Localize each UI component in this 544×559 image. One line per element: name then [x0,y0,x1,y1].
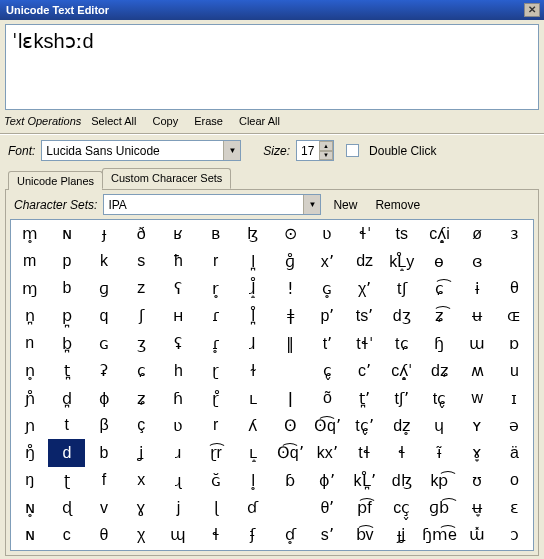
character-cell[interactable]: r [197,247,234,274]
character-cell[interactable]: ʡ [85,357,122,384]
character-cell[interactable]: ʋ [160,412,197,439]
character-cell[interactable]: t̪ʼ [346,384,383,411]
character-cell[interactable]: kL̝̊y [383,247,420,274]
character-cell[interactable]: ɭ [197,494,234,521]
character-cell[interactable]: ɺ [234,330,271,357]
character-cell[interactable]: χ [123,521,160,548]
character-cell[interactable]: xʼ [309,247,346,274]
character-cell[interactable]: ɴ̥ [11,494,48,521]
character-cell[interactable]: ɜ [496,220,533,247]
character-cell[interactable]: ʟ̝ [234,439,271,466]
character-cell[interactable]: ɾ [197,302,234,329]
character-cell[interactable]: ɞ [459,247,496,274]
character-cell[interactable]: ʁ [160,220,197,247]
size-spinner[interactable]: 17 ▲ ▼ [296,140,334,161]
character-cell[interactable]: ɖ [48,494,85,521]
character-cell[interactable]: ø [459,220,496,247]
character-cell[interactable]: ɸʼ [309,467,346,494]
character-cell[interactable]: w [459,384,496,411]
character-cell[interactable]: tʃʼ [383,384,420,411]
character-cell[interactable]: ʢ [160,330,197,357]
character-cell[interactable]: dz [346,247,383,274]
character-cell[interactable]: cʼ [346,357,383,384]
character-cell[interactable]: cç̬ [383,494,420,521]
character-cell[interactable]: ɴ [48,220,85,247]
character-cell[interactable]: b̪ [48,330,85,357]
character-cell[interactable]: ɫ [234,357,271,384]
new-set-button[interactable]: New [327,197,363,213]
character-cell[interactable]: t̪ [48,357,85,384]
character-cell[interactable]: u [496,357,533,384]
character-cell[interactable]: ɢ [85,330,122,357]
character-cell[interactable]: sʼ [309,521,346,548]
character-cell[interactable]: ɸ [85,384,122,411]
font-combo[interactable]: Lucida Sans Unicode ▼ [41,140,241,161]
character-cell[interactable]: b͡v [346,521,383,548]
character-cell[interactable]: ⊙ [272,220,309,247]
character-cell[interactable]: ɰ [160,521,197,548]
character-cell[interactable]: kL̪̊ʼ [346,467,383,494]
character-cell[interactable]: dz̥ [383,412,420,439]
character-cell[interactable]: ɓ [272,467,309,494]
character-cell[interactable]: ɗ [234,494,271,521]
character-cell[interactable]: ɪ [496,384,533,411]
character-cell[interactable]: ǂ [272,302,309,329]
character-cell[interactable]: ɻ [160,467,197,494]
text-editor[interactable]: ˈlɛkshɔːd [5,24,539,110]
erase-button[interactable]: Erase [188,114,229,128]
character-cell[interactable]: ʕ [160,275,197,302]
character-cell[interactable]: ɡ [85,275,122,302]
character-cell[interactable]: ɕ [123,357,160,384]
character-cell[interactable]: ɵ [420,247,458,274]
character-cell[interactable]: θ [85,521,122,548]
character-cell[interactable]: ʜ [160,302,197,329]
character-cell[interactable]: x [123,467,160,494]
character-cell[interactable]: ʘ [272,412,309,439]
character-cell[interactable]: ɬ [383,439,420,466]
character-cell[interactable]: ʃ [123,302,160,329]
character-cell[interactable]: s [123,247,160,274]
character-cell[interactable]: ɢ̆ [197,467,234,494]
size-up-button[interactable]: ▲ [319,141,333,151]
character-cell[interactable]: ʘ͡qʼ [309,412,346,439]
character-cell[interactable]: ʑ͡ [420,302,458,329]
double-click-checkbox[interactable] [346,144,359,157]
character-cell[interactable]: d̪ [48,384,85,411]
character-cell[interactable]: ɢ̥ [309,275,346,302]
character-cell[interactable]: l̪̊ [234,302,271,329]
character-cell[interactable]: ħ [160,247,197,274]
charset-dropdown-button[interactable]: ▼ [303,195,320,214]
character-cell[interactable]: tɬˈ [346,330,383,357]
character-cell[interactable]: dʑ [420,357,458,384]
character-cell[interactable]: ʙ [197,220,234,247]
character-cell[interactable]: b [85,439,122,466]
character-cell[interactable]: ɽ͡r [197,439,234,466]
character-cell[interactable]: ɬ [197,521,234,548]
character-cell[interactable]: ʋ [309,220,346,247]
character-cell[interactable]: ɾ̥ [197,330,234,357]
character-cell[interactable]: ʑ [123,384,160,411]
character-cell[interactable]: ‖ [272,330,309,357]
character-cell[interactable]: ɒ [496,330,533,357]
tab-custom-character-sets[interactable]: Custom Characer Sets [102,168,231,189]
character-cell[interactable]: ɧ [420,330,458,357]
character-cell[interactable]: tɕ̬ʼ [346,412,383,439]
character-cell[interactable]: tʃ [383,275,420,302]
tab-unicode-planes[interactable]: Unicode Planes [8,171,103,190]
character-cell[interactable]: ɺ̝̊ [234,275,271,302]
character-cell[interactable]: tɕ [383,330,420,357]
character-cell[interactable]: ɗ̥ [272,521,309,548]
character-cell[interactable]: ɟ [85,220,122,247]
remove-set-button[interactable]: Remove [369,197,426,213]
character-cell[interactable]: ʊ [459,467,496,494]
character-cell[interactable]: ɔ [496,521,533,548]
character-cell[interactable]: ɯ̽ [459,521,496,548]
character-cell[interactable]: tsʼ [346,302,383,329]
character-cell[interactable]: ɽ̊ [197,384,234,411]
character-cell[interactable]: ɡb͡ [420,494,458,521]
character-cell[interactable]: ʏ [459,412,496,439]
character-cell[interactable]: ɕ̬ [309,357,346,384]
character-cell[interactable]: m̥ [11,220,48,247]
character-cell[interactable]: b [48,275,85,302]
character-cell[interactable]: ɶ [496,302,533,329]
